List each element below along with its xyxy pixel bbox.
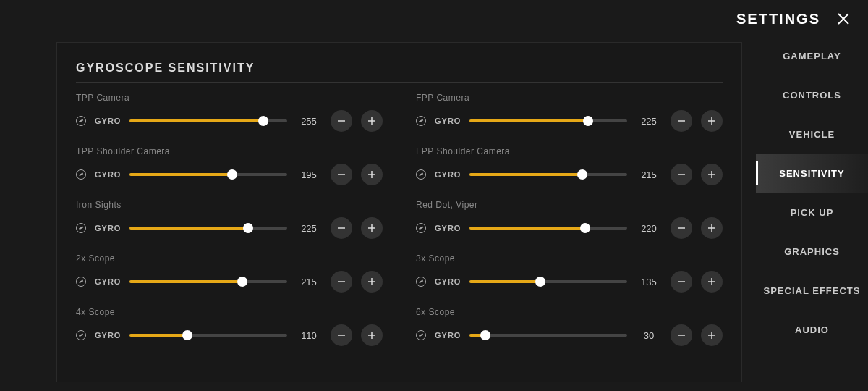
slider-value: 135 (636, 277, 662, 287)
minus-icon (336, 223, 346, 233)
decrease-button[interactable] (331, 217, 352, 239)
decrease-button[interactable] (331, 164, 352, 185)
slider-fill (129, 173, 232, 176)
setting-label: FPP Camera (416, 93, 723, 103)
slider-track[interactable] (129, 173, 287, 176)
close-icon (836, 12, 851, 26)
decrease-button[interactable] (671, 217, 692, 239)
increase-button[interactable] (701, 110, 723, 132)
plus-icon (367, 223, 377, 233)
slider-track[interactable] (469, 334, 627, 337)
setting-item: 4x ScopeGYRO110 (76, 307, 383, 346)
slider-track[interactable] (469, 227, 627, 230)
slider-fill (129, 119, 263, 122)
gyro-tag: GYRO (435, 224, 461, 232)
setting-label: 6x Scope (416, 307, 723, 317)
setting-row: GYRO225 (416, 110, 723, 132)
settings-title: SETTINGS (736, 11, 820, 28)
decrease-button[interactable] (331, 324, 352, 346)
slider-thumb[interactable] (243, 223, 253, 233)
nav-item-special-effects[interactable]: SPECIAL EFFECTS (756, 271, 868, 310)
minus-icon (676, 330, 686, 340)
decrease-button[interactable] (671, 110, 692, 132)
setting-label: 2x Scope (76, 253, 383, 264)
slider-value: 110 (296, 330, 322, 341)
gyro-icon (416, 169, 426, 180)
setting-row: GYRO255 (76, 110, 383, 132)
slider-thumb[interactable] (577, 169, 587, 180)
slider-value: 225 (296, 223, 322, 234)
slider-track[interactable] (129, 119, 287, 122)
settings-header: SETTINGS (736, 9, 854, 29)
slider-value: 215 (296, 277, 322, 287)
setting-row: GYRO195 (76, 164, 383, 185)
nav-item-controls[interactable]: CONTROLS (756, 75, 868, 114)
increase-button[interactable] (361, 324, 383, 346)
setting-row: GYRO135 (416, 271, 723, 293)
slider-fill (129, 227, 248, 230)
sensitivity-panel: GYROSCOPE SENSITIVITY TPP CameraGYRO255F… (56, 42, 742, 382)
slider-thumb[interactable] (583, 116, 593, 126)
increase-button[interactable] (701, 164, 723, 185)
gyro-tag: GYRO (435, 117, 461, 125)
gyro-icon (76, 223, 86, 233)
divider (76, 82, 723, 83)
gyro-tag: GYRO (95, 117, 121, 125)
plus-icon (707, 223, 717, 233)
minus-icon (336, 169, 346, 180)
setting-item: Iron SightsGYRO225 (76, 200, 383, 239)
decrease-button[interactable] (671, 324, 692, 346)
setting-item: TPP CameraGYRO255 (76, 93, 383, 132)
setting-label: TPP Shoulder Camera (76, 146, 383, 156)
increase-button[interactable] (701, 217, 723, 239)
increase-button[interactable] (361, 217, 383, 239)
gyro-tag: GYRO (95, 170, 121, 179)
slider-thumb[interactable] (237, 277, 247, 287)
minus-icon (676, 116, 686, 126)
setting-item: TPP Shoulder CameraGYRO195 (76, 146, 383, 185)
slider-fill (469, 227, 585, 230)
increase-button[interactable] (361, 110, 383, 132)
decrease-button[interactable] (671, 164, 692, 185)
nav-item-gameplay[interactable]: GAMEPLAY (756, 36, 868, 75)
nav-item-sensitivity[interactable]: SENSITIVITY (756, 154, 868, 193)
gyro-tag: GYRO (435, 331, 461, 340)
plus-icon (367, 116, 377, 126)
close-button[interactable] (833, 9, 854, 29)
slider-track[interactable] (469, 173, 627, 176)
nav-item-vehicle[interactable]: VEHICLE (756, 114, 868, 154)
increase-button[interactable] (701, 271, 723, 293)
minus-icon (336, 116, 346, 126)
nav-item-pick-up[interactable]: PICK UP (756, 193, 868, 232)
slider-thumb[interactable] (480, 330, 490, 340)
gyro-icon (416, 223, 426, 233)
gyro-icon (76, 277, 86, 287)
decrease-button[interactable] (331, 110, 352, 132)
slider-track[interactable] (129, 227, 287, 230)
slider-track[interactable] (129, 334, 287, 337)
slider-thumb[interactable] (535, 277, 545, 287)
setting-row: GYRO110 (76, 324, 383, 346)
minus-icon (676, 277, 686, 287)
slider-track[interactable] (469, 280, 627, 283)
slider-track[interactable] (469, 119, 627, 122)
setting-item: FPP CameraGYRO225 (416, 93, 723, 132)
slider-value: 220 (636, 223, 662, 234)
decrease-button[interactable] (331, 271, 352, 293)
increase-button[interactable] (361, 164, 383, 185)
increase-button[interactable] (701, 324, 723, 346)
slider-track[interactable] (129, 280, 287, 283)
slider-fill (469, 173, 582, 176)
nav-item-audio[interactable]: AUDIO (756, 310, 868, 349)
minus-icon (336, 330, 346, 340)
setting-label: FPP Shoulder Camera (416, 146, 723, 156)
nav-item-graphics[interactable]: GRAPHICS (756, 232, 868, 271)
slider-thumb[interactable] (580, 223, 590, 233)
slider-thumb[interactable] (227, 169, 237, 180)
slider-thumb[interactable] (182, 330, 192, 340)
gyro-icon (416, 330, 426, 340)
decrease-button[interactable] (671, 271, 692, 293)
slider-thumb[interactable] (258, 116, 268, 126)
increase-button[interactable] (361, 271, 383, 293)
minus-icon (676, 223, 686, 233)
